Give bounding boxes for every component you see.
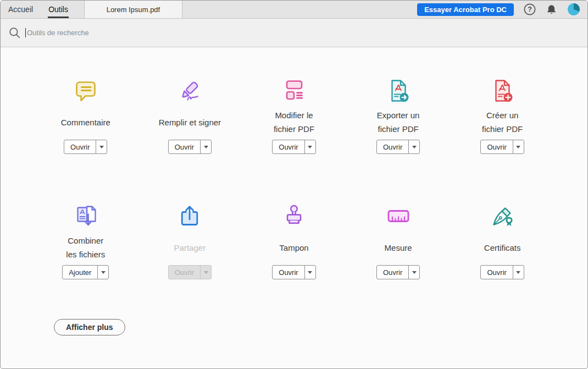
- combine-icon: [73, 202, 99, 230]
- remplir-et-signer-open-button[interactable]: Ouvrir: [168, 140, 212, 154]
- tool-label-line: les fichiers: [66, 247, 105, 261]
- open-button-label[interactable]: Ouvrir: [377, 140, 409, 153]
- tool-label-line: Mesure: [385, 241, 412, 255]
- tool-label: Combinerles fichiers: [66, 230, 105, 265]
- share-icon: [176, 202, 203, 230]
- tool-label-line: Partager: [174, 241, 206, 255]
- tool-card-tampon: TamponOuvrir: [242, 202, 346, 279]
- measure-icon: [385, 202, 412, 230]
- tool-label-line: Certificats: [484, 241, 521, 255]
- dropdown-arrow-icon[interactable]: [98, 266, 108, 279]
- edit-pdf-icon: [281, 77, 307, 104]
- tool-label-line: Exporter un: [377, 108, 420, 122]
- tool-label: Tampon: [279, 230, 308, 265]
- open-button-label[interactable]: Ouvrir: [169, 140, 201, 153]
- search-bar: [1, 19, 587, 47]
- tool-label-line: Remplir et signer: [159, 115, 221, 129]
- tool-label: Exporter unfichier PDF: [377, 104, 420, 140]
- tab-accueil[interactable]: Accueil: [1, 1, 41, 18]
- tool-card-creer-pdf: Créer unfichier PDFOuvrir: [450, 77, 554, 154]
- open-button-label[interactable]: Ouvrir: [481, 140, 513, 153]
- dropdown-arrow-icon[interactable]: [96, 140, 107, 153]
- tool-label: Certificats: [484, 230, 521, 265]
- tool-card-modifier-pdf: Modifier lefichier PDFOuvrir: [242, 77, 346, 154]
- tool-label-line: Combiner: [66, 234, 105, 247]
- header-actions: Essayer Acrobat Pro DC ?: [417, 1, 587, 18]
- bell-icon[interactable]: [546, 4, 557, 15]
- tool-label-line: Tampon: [279, 241, 308, 255]
- svg-text:?: ?: [528, 5, 532, 13]
- creer-pdf-open-button[interactable]: Ouvrir: [480, 140, 524, 154]
- create-pdf-icon: [489, 77, 515, 104]
- search-icon: [8, 26, 21, 39]
- tab-document-label: Lorem Ipsum.pdf: [107, 5, 160, 14]
- tool-card-partager: PartagerOuvrir: [138, 202, 242, 279]
- tool-label: Créer unfichier PDF: [482, 104, 523, 140]
- tool-card-certificats: CertificatsOuvrir: [450, 202, 554, 279]
- dropdown-arrow-icon[interactable]: [409, 266, 419, 279]
- avatar[interactable]: [567, 3, 580, 16]
- certificats-open-button[interactable]: Ouvrir: [480, 265, 524, 279]
- stamp-icon: [281, 202, 307, 230]
- open-button-label[interactable]: Ajouter: [63, 266, 98, 279]
- tool-label: Modifier lefichier PDF: [274, 104, 314, 140]
- modifier-pdf-open-button[interactable]: Ouvrir: [272, 140, 315, 154]
- tool-label-line: fichier PDF: [274, 122, 314, 136]
- export-pdf-icon: [385, 77, 412, 104]
- tool-label-line: Commentaire: [61, 115, 110, 129]
- partager-open-button: Ouvrir: [168, 265, 212, 279]
- fill-sign-icon: [176, 77, 203, 104]
- show-more-button[interactable]: Afficher plus: [54, 319, 125, 335]
- dropdown-arrow-icon: [201, 266, 211, 279]
- mesure-open-button[interactable]: Ouvrir: [376, 265, 420, 279]
- tool-label: Commentaire: [61, 104, 110, 140]
- tab-outils[interactable]: Outils: [41, 1, 76, 18]
- open-button-label: Ouvrir: [169, 266, 201, 279]
- tool-label-line: fichier PDF: [482, 122, 523, 136]
- tool-label-line: Créer un: [482, 108, 523, 122]
- search-input[interactable]: [26, 28, 580, 37]
- open-button-label[interactable]: Ouvrir: [64, 140, 96, 153]
- tool-card-exporter-pdf: Exporter unfichier PDFOuvrir: [346, 77, 451, 154]
- tool-label-line: fichier PDF: [377, 122, 420, 136]
- tools-grid: CommentaireOuvrirRemplir et signerOuvrir…: [1, 47, 587, 335]
- tool-label: Partager: [174, 230, 206, 265]
- certificate-icon: [489, 202, 515, 230]
- dropdown-arrow-icon[interactable]: [513, 266, 524, 279]
- open-button-label[interactable]: Ouvrir: [377, 266, 409, 279]
- tab-bar: Accueil Outils Lorem Ipsum.pdf Essayer A…: [1, 1, 587, 19]
- tampon-open-button[interactable]: Ouvrir: [272, 265, 315, 279]
- open-button-label[interactable]: Ouvrir: [481, 266, 513, 279]
- tab-document[interactable]: Lorem Ipsum.pdf: [84, 1, 182, 18]
- open-button-label[interactable]: Ouvrir: [273, 140, 304, 153]
- commentaire-open-button[interactable]: Ouvrir: [64, 140, 107, 154]
- dropdown-arrow-icon[interactable]: [513, 140, 524, 153]
- tab-outils-label: Outils: [48, 5, 68, 14]
- tools-row-2: Combinerles fichiersAjouterPartagerOuvri…: [34, 202, 554, 279]
- comment-icon: [73, 77, 99, 104]
- dropdown-arrow-icon[interactable]: [201, 140, 211, 153]
- tool-label: Mesure: [385, 230, 412, 265]
- dropdown-arrow-icon[interactable]: [305, 140, 315, 153]
- tab-accueil-label: Accueil: [8, 5, 33, 14]
- try-acrobat-button[interactable]: Essayer Acrobat Pro DC: [417, 3, 514, 16]
- acrobat-window: Accueil Outils Lorem Ipsum.pdf Essayer A…: [0, 0, 588, 369]
- dropdown-arrow-icon[interactable]: [305, 266, 315, 279]
- tool-card-combiner: Combinerles fichiersAjouter: [34, 202, 138, 279]
- tools-row-1: CommentaireOuvrirRemplir et signerOuvrir…: [34, 77, 554, 154]
- tool-card-commentaire: CommentaireOuvrir: [34, 77, 138, 154]
- tool-label: Remplir et signer: [159, 104, 221, 140]
- dropdown-arrow-icon[interactable]: [409, 140, 419, 153]
- tool-label-line: Modifier le: [274, 108, 314, 122]
- combiner-open-button[interactable]: Ajouter: [62, 265, 109, 279]
- exporter-pdf-open-button[interactable]: Ouvrir: [376, 140, 420, 154]
- question-mark-icon[interactable]: ?: [524, 3, 536, 15]
- tool-card-remplir-et-signer: Remplir et signerOuvrir: [138, 77, 242, 154]
- tool-card-mesure: MesureOuvrir: [346, 202, 451, 279]
- open-button-label[interactable]: Ouvrir: [273, 266, 304, 279]
